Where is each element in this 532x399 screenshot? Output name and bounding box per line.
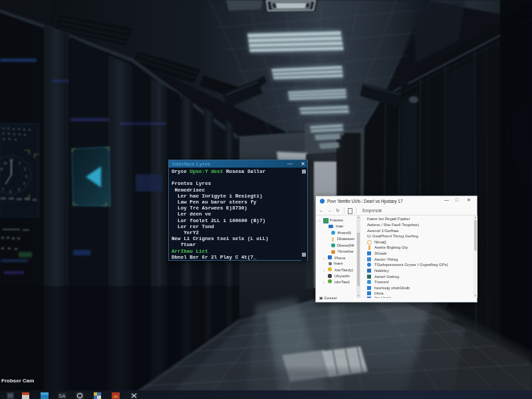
svg-text:3: 3	[25, 175, 27, 179]
svg-text:6: 6	[9, 190, 11, 194]
svg-text:2: 2	[24, 168, 26, 172]
svg-text:1: 1	[19, 162, 21, 166]
svg-text:SA: SA	[59, 393, 66, 399]
svg-text:11: 11	[3, 162, 7, 166]
svg-text:7: 7	[2, 188, 4, 192]
svg-text:5: 5	[18, 188, 20, 192]
svg-text:10: 10	[0, 168, 3, 172]
svg-text:4: 4	[23, 182, 25, 186]
